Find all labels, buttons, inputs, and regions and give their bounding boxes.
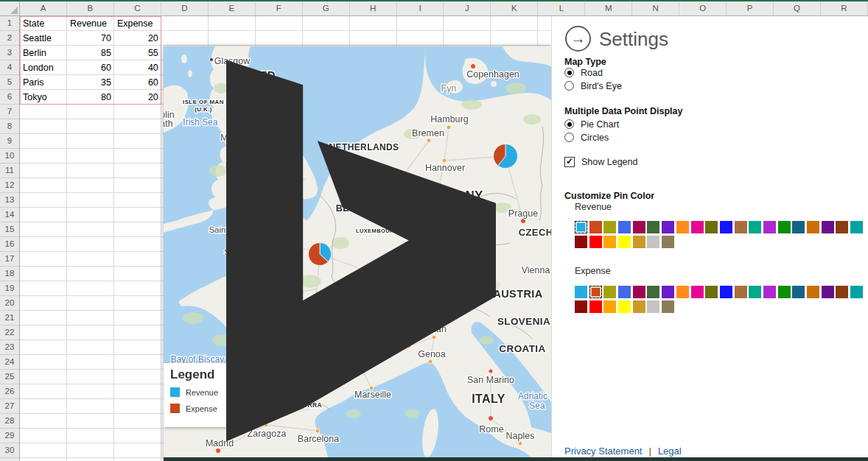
color-swatch[interactable] — [603, 221, 616, 233]
cell-A6[interactable]: Tokyo — [20, 90, 67, 105]
cell-B4[interactable]: 60 — [67, 60, 114, 75]
cell-B1[interactable]: Revenue — [67, 16, 114, 31]
row-header-3[interactable]: 3 — [0, 46, 19, 60]
column-header-I[interactable]: I — [397, 1, 444, 15]
back-arrow-button[interactable]: → — [565, 26, 591, 52]
color-swatch[interactable] — [778, 286, 791, 298]
color-swatch[interactable] — [720, 286, 732, 298]
column-header-G[interactable]: G — [303, 1, 350, 15]
column-header-L[interactable]: L — [538, 1, 585, 15]
cell-C4[interactable]: 40 — [114, 60, 161, 75]
color-swatch[interactable] — [603, 236, 616, 248]
color-swatch[interactable] — [618, 300, 631, 313]
color-swatch[interactable] — [850, 221, 863, 233]
row-header-15[interactable]: 15 — [0, 222, 19, 237]
color-swatch[interactable] — [647, 300, 659, 313]
row-header-18[interactable]: 18 — [0, 267, 19, 281]
column-header-M[interactable]: M — [585, 1, 632, 15]
color-swatch[interactable] — [647, 221, 659, 233]
row-header-13[interactable]: 13 — [0, 193, 19, 208]
color-swatch[interactable] — [633, 286, 645, 298]
color-swatch[interactable] — [633, 236, 645, 248]
color-swatch[interactable] — [618, 236, 631, 248]
row-header-20[interactable]: 20 — [0, 296, 19, 311]
select-all-corner[interactable] — [0, 1, 20, 15]
row-header-29[interactable]: 29 — [0, 429, 19, 443]
column-header-Q[interactable]: Q — [774, 1, 821, 15]
row-header-22[interactable]: 22 — [0, 325, 19, 340]
color-swatch[interactable] — [662, 300, 674, 313]
color-swatch[interactable] — [850, 286, 863, 298]
privacy-statement-link[interactable]: Privacy Statement — [564, 446, 643, 457]
radio-display-pie-chart[interactable]: Pie Chart — [564, 118, 619, 130]
color-swatch[interactable] — [836, 286, 848, 298]
row-header-21[interactable]: 21 — [0, 311, 19, 325]
row-header-26[interactable]: 26 — [0, 384, 19, 399]
row-header-4[interactable]: 4 — [0, 60, 19, 75]
color-swatch[interactable] — [589, 221, 602, 233]
color-swatch[interactable] — [792, 286, 805, 298]
bing-map-pane[interactable]: Irish SeaBay of BiscayAdriaticSea UNITED… — [164, 46, 551, 461]
cell-A4[interactable]: London — [20, 60, 67, 75]
row-header-17[interactable]: 17 — [0, 252, 19, 267]
color-swatch[interactable] — [647, 286, 659, 298]
color-swatch[interactable] — [735, 221, 747, 233]
color-swatch[interactable] — [603, 300, 616, 313]
row-header-5[interactable]: 5 — [0, 75, 19, 90]
column-header-E[interactable]: E — [209, 1, 256, 15]
color-swatch[interactable] — [633, 221, 645, 233]
color-swatch-selected[interactable] — [575, 221, 587, 233]
column-header-R[interactable]: R — [821, 1, 868, 15]
column-header-O[interactable]: O — [679, 1, 727, 15]
color-swatch[interactable] — [720, 221, 732, 233]
color-swatch[interactable] — [807, 221, 819, 233]
color-swatch[interactable] — [763, 221, 776, 233]
row-header-23[interactable]: 23 — [0, 340, 19, 355]
cell-B3[interactable]: 85 — [67, 46, 114, 60]
row-header-24[interactable]: 24 — [0, 355, 19, 370]
color-swatch[interactable] — [691, 286, 704, 298]
cell-C1[interactable]: Expense — [114, 16, 161, 31]
cell-C3[interactable]: 55 — [114, 46, 161, 60]
color-swatch[interactable] — [633, 300, 645, 313]
color-swatch[interactable] — [618, 286, 631, 298]
column-header-P[interactable]: P — [727, 1, 774, 15]
radio-display-circles[interactable]: Circles — [564, 131, 609, 144]
color-swatch[interactable] — [705, 286, 718, 298]
column-header-C[interactable]: C — [114, 1, 161, 15]
row-header-1[interactable]: 1 — [0, 16, 19, 31]
cell-B2[interactable]: 70 — [67, 31, 114, 46]
cell-A5[interactable]: Paris — [20, 75, 67, 90]
show-legend-checkbox[interactable]: ✓ Show Legend — [564, 155, 637, 168]
color-swatch[interactable] — [662, 236, 674, 248]
color-swatch[interactable] — [749, 221, 761, 233]
row-header-6[interactable]: 6 — [0, 90, 19, 105]
color-swatch[interactable] — [807, 286, 819, 298]
color-swatch[interactable] — [575, 286, 587, 298]
cell-B5[interactable]: 35 — [67, 75, 114, 90]
row-header-27[interactable]: 27 — [0, 399, 19, 414]
row-header-2[interactable]: 2 — [0, 31, 19, 46]
column-header-H[interactable]: H — [350, 1, 397, 15]
radio-map-type-road[interactable]: Road — [564, 66, 603, 79]
cell-A2[interactable]: Seattle — [20, 31, 67, 46]
color-swatch[interactable] — [763, 286, 776, 298]
column-header-K[interactable]: K — [491, 1, 538, 15]
cell-A1[interactable]: State — [20, 16, 67, 31]
cell-B6[interactable]: 80 — [67, 90, 114, 105]
row-header-30[interactable]: 30 — [0, 443, 19, 458]
row-header-12[interactable]: 12 — [0, 178, 19, 193]
legal-link[interactable]: Legal — [658, 446, 682, 457]
cell-C5[interactable]: 60 — [114, 75, 161, 90]
column-header-A[interactable]: A — [20, 1, 67, 15]
column-header-B[interactable]: B — [67, 1, 114, 15]
color-swatch[interactable] — [662, 286, 674, 298]
color-swatch[interactable] — [792, 221, 805, 233]
column-header-N[interactable]: N — [632, 1, 679, 15]
color-swatch[interactable] — [735, 286, 747, 298]
color-swatch[interactable] — [778, 221, 791, 233]
column-header-D[interactable]: D — [161, 1, 209, 15]
row-header-7[interactable]: 7 — [0, 105, 19, 119]
row-header-31[interactable]: 31 — [0, 458, 19, 461]
row-header-28[interactable]: 28 — [0, 414, 19, 429]
